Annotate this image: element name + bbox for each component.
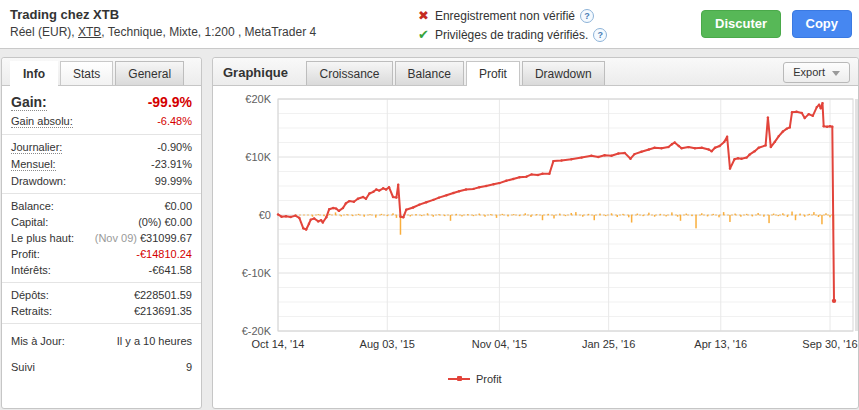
profit-point <box>412 206 414 208</box>
daily-bar <box>421 215 423 216</box>
daily-bar <box>660 214 662 215</box>
profit-point <box>778 135 780 137</box>
stat-label-suivi: Suivi <box>11 361 35 373</box>
stat-value-mis-jour: Il y a 10 heures <box>117 335 192 347</box>
daily-bar <box>637 214 639 215</box>
stat-row-int-r-ts: Intérêts:-€641.58 <box>2 262 201 278</box>
profit-point <box>610 155 612 157</box>
legend-label: Profit <box>476 373 502 385</box>
daily-bar <box>804 215 806 217</box>
profit-point <box>399 216 401 218</box>
profit-point <box>740 158 742 160</box>
tab-balance[interactable]: Balance <box>395 61 464 85</box>
profit-point <box>764 144 766 146</box>
profit-point <box>320 219 322 221</box>
daily-bar <box>559 214 561 215</box>
profit-point <box>525 176 527 178</box>
check-icon: ✔ <box>418 27 429 42</box>
stat-row-journalier: Journalier:-0.90% <box>2 139 201 156</box>
help-icon[interactable]: ? <box>593 28 607 42</box>
profit-line[interactable] <box>278 103 834 301</box>
daily-bar <box>671 212 673 215</box>
profit-point <box>325 216 327 218</box>
stat-label-mensuel[interactable]: Mensuel: <box>11 158 56 171</box>
group-divider <box>2 134 201 135</box>
daily-bar <box>813 212 815 215</box>
stat-label-gain[interactable]: Gain: <box>11 94 47 111</box>
profit-point <box>505 180 507 182</box>
profit-point <box>357 198 359 200</box>
profit-point <box>823 125 825 127</box>
stat-label-int-r-ts: Intérêts: <box>11 264 51 276</box>
daily-bar <box>642 215 644 216</box>
stat-value-int-r-ts: -€641.58 <box>149 264 192 276</box>
stat-label-gain-absolu[interactable]: Gain absolu: <box>11 115 73 128</box>
daily-bar <box>713 214 715 215</box>
tab-info[interactable]: Info <box>10 61 58 86</box>
profit-point <box>590 155 592 157</box>
profit-point <box>701 147 703 149</box>
tab-general[interactable]: General <box>115 61 184 85</box>
daily-bar <box>335 212 337 215</box>
verification-text: Enregistrement non vérifié <box>435 9 575 23</box>
profit-point <box>313 217 315 219</box>
info-panel: InfoStatsGeneral Gain:-99.9%Gain absolu:… <box>1 57 202 409</box>
daily-bar <box>757 213 759 215</box>
profit-point <box>498 182 500 184</box>
daily-bar <box>707 215 709 216</box>
daily-bar <box>791 212 793 215</box>
profit-point <box>294 214 296 216</box>
stat-row-balance: Balance:€0.00 <box>2 198 201 214</box>
daily-bar <box>575 212 577 215</box>
profit-point <box>812 115 814 117</box>
profit-point <box>714 147 716 149</box>
profit-point <box>680 147 682 149</box>
stats-rows: Gain:-99.9%Gain absolu:-6.48%Journalier:… <box>2 86 201 380</box>
daily-bar <box>631 215 633 223</box>
tab-croissance[interactable]: Croissance <box>306 61 392 85</box>
broker-link[interactable]: XTB <box>78 25 101 39</box>
account-subtitle: Réel (EUR), XTB, Technique, Mixte, 1:200… <box>10 25 316 39</box>
export-button[interactable]: Export <box>783 62 850 83</box>
profit-point <box>597 156 599 158</box>
tab-stats[interactable]: Stats <box>60 61 113 85</box>
profit-point <box>723 141 725 143</box>
stat-value-profit: -€14810.24 <box>136 248 192 260</box>
daily-bar <box>467 214 469 215</box>
profit-point <box>729 167 731 169</box>
chart-legend[interactable]: Profit <box>448 373 502 385</box>
profit-point <box>277 213 279 215</box>
profit-point <box>726 136 728 138</box>
legend-line-marker-icon <box>448 375 470 383</box>
stat-label-journalier[interactable]: Journalier: <box>11 141 62 154</box>
stat-label-retraits: Retraits: <box>11 305 52 317</box>
stat-value-suivi: 9 <box>186 361 192 373</box>
profit-point <box>518 176 520 178</box>
profit-point <box>820 107 822 109</box>
copy-button[interactable]: Copy <box>792 10 853 38</box>
profit-point <box>472 188 474 190</box>
profit-point <box>385 188 387 190</box>
daily-bar <box>484 215 486 217</box>
daily-bar <box>358 214 360 215</box>
discuss-button[interactable]: Discuter <box>701 10 781 38</box>
tab-drawdown[interactable]: Drawdown <box>522 61 605 85</box>
daily-bar <box>502 214 504 215</box>
profit-point <box>280 216 282 218</box>
profit-point <box>624 152 626 154</box>
tab-profit[interactable]: Profit <box>466 61 520 86</box>
group-divider <box>2 282 201 283</box>
stat-row-mis-jour: Mis à Jour:Il y a 10 heures <box>2 328 201 354</box>
profit-point <box>402 216 404 218</box>
help-icon[interactable]: ? <box>580 9 594 23</box>
daily-bar <box>507 215 509 216</box>
stat-value-drawdown: 99.99% <box>155 175 192 187</box>
x-axis-label: Aug 03, '15 <box>360 338 415 350</box>
daily-bar <box>677 215 679 217</box>
daily-bar <box>734 214 736 215</box>
verification-block: ✖Enregistrement non vérifié? ✔Privilèges… <box>418 6 607 44</box>
account-header-bar: Trading chez XTB Réel (EUR), XTB, Techni… <box>0 0 859 49</box>
daily-bar <box>740 215 742 217</box>
daily-bar <box>818 215 820 217</box>
profit-point <box>378 189 380 191</box>
